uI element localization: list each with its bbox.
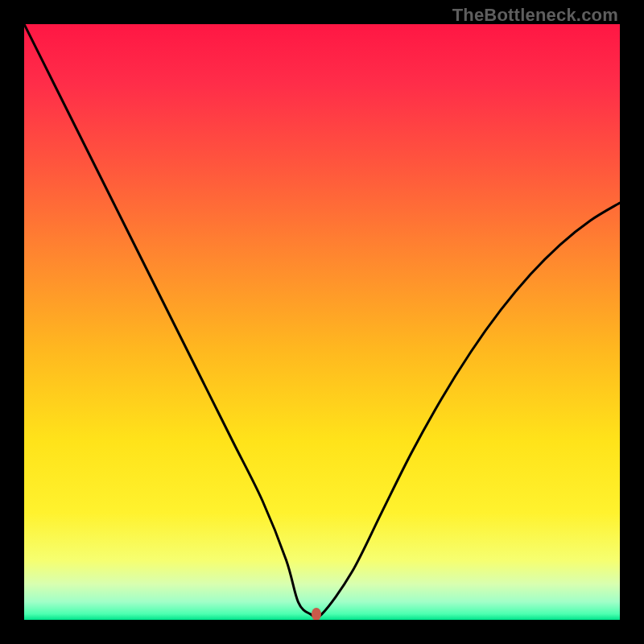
bottleneck-curve — [24, 24, 620, 620]
plot-area — [24, 24, 620, 620]
optimal-point-marker — [312, 608, 321, 620]
chart-frame: TheBottleneck.com — [0, 0, 644, 644]
watermark-text: TheBottleneck.com — [452, 5, 618, 26]
